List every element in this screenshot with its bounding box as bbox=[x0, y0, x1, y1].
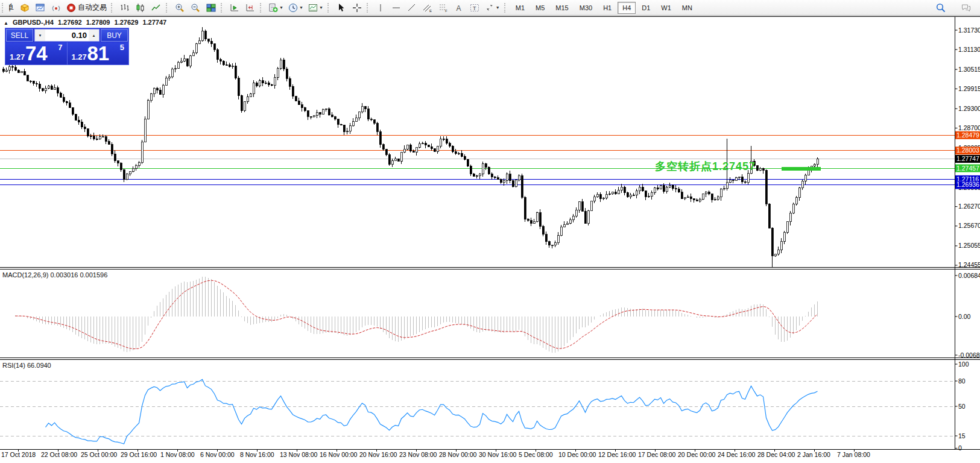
candlestick-chart-button[interactable] bbox=[133, 1, 148, 14]
time-axis-label: 29 Oct 16:00 bbox=[121, 451, 157, 458]
svg-text:1.31130: 1.31130 bbox=[958, 46, 980, 53]
sell-button[interactable]: SELL bbox=[6, 29, 33, 42]
auto-scroll-icon bbox=[230, 3, 239, 13]
vertical-line-button[interactable] bbox=[373, 1, 388, 14]
bar-chart-button[interactable] bbox=[118, 1, 132, 14]
autotrading-icon bbox=[66, 3, 76, 13]
svg-text:1.27747: 1.27747 bbox=[956, 155, 979, 162]
time-axis-label: 16 Nov 00:00 bbox=[320, 451, 358, 458]
timeframe-button-m1[interactable]: M1 bbox=[511, 2, 530, 14]
indicators-button[interactable]: ▼ bbox=[267, 1, 285, 14]
cursor-button[interactable] bbox=[334, 1, 349, 14]
time-axis-label: 8 Nov 16:00 bbox=[240, 451, 274, 458]
chart-canvas[interactable]: MACD(12,26,9) 0.003016 0.001596RSI(14) 6… bbox=[0, 0, 980, 463]
trendline-button[interactable] bbox=[405, 1, 419, 14]
svg-text:A: A bbox=[456, 4, 461, 12]
rsi-label: RSI(14) 66.0940 bbox=[2, 362, 51, 369]
dropdown-caret-icon: ▼ bbox=[299, 5, 303, 10]
trendline-icon bbox=[407, 3, 417, 13]
vertical-line-icon bbox=[376, 3, 385, 13]
chat-icon bbox=[961, 3, 971, 13]
toolbar-group-handle bbox=[367, 3, 370, 13]
toolbar: 单自动交易▼▼▼EFAT▼M1M5M15M30H1H4D1W1MN bbox=[0, 0, 980, 16]
open-chart-button[interactable] bbox=[33, 1, 48, 14]
open-value: 1.27692 bbox=[58, 19, 82, 26]
toolbar-group-handle bbox=[166, 3, 169, 13]
zoom-out-button[interactable] bbox=[188, 1, 203, 14]
one-click-trading-panel: SELL ▼ 0.10 ▲ BUY 1.27 74 7 1.27 81 5 bbox=[5, 28, 129, 65]
equidistant-channel-button[interactable]: E bbox=[420, 1, 435, 14]
svg-text:15: 15 bbox=[958, 432, 966, 439]
text-icon: A bbox=[454, 3, 464, 13]
autotrading-button[interactable]: 自动交易 bbox=[65, 1, 109, 14]
new-order-icon bbox=[20, 3, 30, 13]
time-axis-label: 5 Dec 08:00 bbox=[519, 451, 553, 458]
time-axis-label: 25 Oct 00:00 bbox=[81, 451, 117, 458]
buy-price-panel[interactable]: 1.27 81 5 bbox=[68, 42, 129, 65]
low-value: 1.27629 bbox=[115, 19, 139, 26]
periods-button[interactable]: ▼ bbox=[286, 1, 305, 14]
zoom-in-icon bbox=[175, 3, 185, 13]
fibonacci-button[interactable]: F bbox=[436, 1, 450, 14]
new-order-button[interactable] bbox=[17, 1, 32, 14]
timeframe-button-w1[interactable]: W1 bbox=[656, 2, 676, 14]
volume-input[interactable]: 0.10 bbox=[45, 30, 89, 41]
buy-price-prefix: 1.27 bbox=[72, 52, 87, 61]
svg-text:1.30515: 1.30515 bbox=[958, 66, 980, 73]
cursor-icon bbox=[337, 3, 346, 13]
svg-text:50: 50 bbox=[958, 403, 966, 410]
dropdown-caret-icon: ▼ bbox=[319, 5, 323, 10]
timeframe-button-m15[interactable]: M15 bbox=[551, 2, 573, 14]
tile-windows-button[interactable] bbox=[204, 1, 218, 14]
volume-increase-button[interactable]: ▲ bbox=[89, 30, 99, 41]
svg-text:1.24455: 1.24455 bbox=[958, 261, 980, 268]
collapse-arrow-icon[interactable]: ▲ bbox=[4, 20, 8, 26]
search-button[interactable] bbox=[934, 1, 948, 14]
time-axis-label: 1 Nov 08:00 bbox=[160, 451, 195, 458]
time-axis[interactable]: 17 Oct 201822 Oct 08:0025 Oct 00:0029 Oc… bbox=[1, 450, 870, 458]
pivot-annotation-text: 多空转折点1.27457 bbox=[655, 159, 756, 174]
sell-price-prefix: 1.27 bbox=[10, 52, 25, 61]
line-chart-icon bbox=[151, 3, 161, 13]
line-chart-button[interactable] bbox=[149, 1, 163, 14]
text-button[interactable]: A bbox=[452, 1, 466, 14]
arrows-icon bbox=[485, 3, 495, 13]
timeframe-button-h1[interactable]: H1 bbox=[598, 2, 616, 14]
chat-button[interactable] bbox=[959, 1, 973, 14]
timeframe-button-m5[interactable]: M5 bbox=[531, 2, 549, 14]
svg-text:0.00: 0.00 bbox=[958, 313, 971, 320]
sell-price-pipette: 7 bbox=[58, 43, 62, 52]
time-axis-label: 6 Nov 00:00 bbox=[200, 451, 235, 458]
buy-price-main: 81 bbox=[87, 42, 110, 65]
horizontal-line-button[interactable] bbox=[389, 1, 403, 14]
template-icon bbox=[308, 3, 318, 13]
toolbar-group-handle bbox=[260, 3, 264, 13]
chart-shift-button[interactable] bbox=[243, 1, 258, 14]
svg-text:1.28479: 1.28479 bbox=[956, 131, 979, 139]
timeframe-button-h4[interactable]: H4 bbox=[618, 2, 636, 14]
svg-text:0: 0 bbox=[958, 444, 962, 452]
volume-decrease-button[interactable]: ▼ bbox=[35, 30, 45, 41]
templates-button[interactable]: ▼ bbox=[306, 1, 325, 14]
trade-prices-row: 1.27 74 7 1.27 81 5 bbox=[5, 42, 128, 65]
time-axis-label: 30 Nov 16:00 bbox=[479, 451, 517, 458]
svg-text:1.31730: 1.31730 bbox=[958, 27, 980, 34]
signals-button[interactable] bbox=[49, 1, 63, 14]
timeframe-button-d1[interactable]: D1 bbox=[637, 2, 655, 14]
sell-price-panel[interactable]: 1.27 74 7 bbox=[5, 42, 68, 65]
timeframe-button-mn[interactable]: MN bbox=[677, 2, 697, 14]
label-button[interactable]: T bbox=[467, 1, 482, 14]
auto-scroll-button[interactable] bbox=[227, 1, 242, 14]
zoom-in-button[interactable] bbox=[172, 1, 187, 14]
timeframe-button-m30[interactable]: M30 bbox=[575, 2, 597, 14]
buy-button[interactable]: BUY bbox=[101, 29, 128, 42]
arrows-button[interactable]: ▼ bbox=[483, 1, 502, 14]
clipped-toolbar-button[interactable]: 单 bbox=[8, 1, 16, 14]
crosshair-button[interactable] bbox=[350, 1, 364, 14]
fibonacci-icon: F bbox=[438, 3, 448, 13]
chart-window-icon bbox=[36, 3, 45, 13]
high-value: 1.27809 bbox=[86, 19, 110, 26]
channel-icon: E bbox=[423, 3, 432, 13]
time-axis-label: 7 Jan 08:00 bbox=[837, 451, 870, 458]
svg-text:T: T bbox=[473, 5, 476, 11]
